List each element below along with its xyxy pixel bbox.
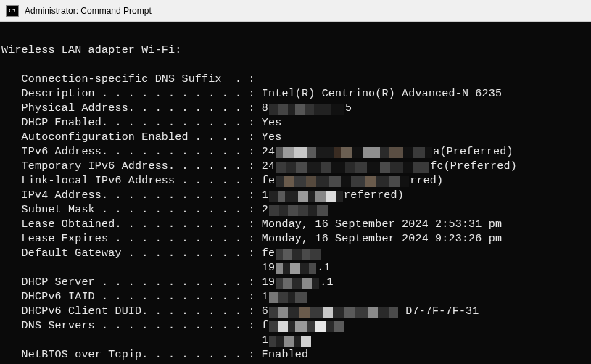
- line-label: DHCP Enabled. . . . . . . . . . . :: [1, 116, 255, 131]
- output-line: DHCPv6 Client DUID. . . . . . . . : 6 D7…: [1, 305, 590, 319]
- output-line: Connection-specific DNS Suffix . :: [1, 73, 590, 87]
- line-value: fe: [255, 247, 322, 261]
- output-line: 1: [1, 334, 590, 348]
- redacted-block: [269, 104, 344, 115]
- line-label: Link-local IPv6 Address . . . . . :: [1, 174, 255, 189]
- line-value: Monday, 16 September 2024 2:53:31 pm: [255, 218, 502, 232]
- line-label: [1, 334, 255, 348]
- line-value: 19.1: [255, 276, 334, 290]
- cmd-icon: C:\.: [6, 5, 19, 17]
- line-label: IPv6 Address. . . . . . . . . . . :: [1, 145, 255, 160]
- line-label: DHCPv6 Client DUID. . . . . . . . :: [1, 305, 255, 319]
- window-titlebar[interactable]: C:\. Administrator: Command Prompt: [0, 0, 591, 22]
- window-title: Administrator: Command Prompt: [25, 6, 152, 16]
- line-label: Lease Expires . . . . . . . . . . :: [1, 232, 255, 247]
- redacted-block: [276, 147, 432, 158]
- line-label: [1, 261, 255, 276]
- output-line: Subnet Mask . . . . . . . . . . . : 2: [1, 203, 590, 218]
- section-heading: Wireless LAN adapter Wi-Fi:: [1, 44, 590, 58]
- output-line: [1, 58, 590, 73]
- line-label: DNS Servers . . . . . . . . . . . :: [1, 319, 255, 334]
- redacted-block: [269, 292, 307, 303]
- redacted-block: [269, 321, 344, 332]
- line-label: Description . . . . . . . . . . . :: [1, 87, 255, 102]
- output-line: NetBIOS over Tcpip. . . . . . . . : Enab…: [1, 348, 590, 363]
- line-value: Yes: [255, 116, 282, 131]
- line-label: Default Gateway . . . . . . . . . :: [1, 247, 255, 261]
- line-label: NetBIOS over Tcpip. . . . . . . . :: [1, 348, 255, 363]
- line-value: Monday, 16 September 2024 9:23:26 pm: [255, 232, 502, 247]
- output-line: Temporary IPv6 Address. . . . . . : 24fc…: [1, 160, 590, 174]
- redacted-block: [276, 278, 319, 289]
- redacted-block: [276, 176, 409, 187]
- output-line: Lease Expires . . . . . . . . . . : Mond…: [1, 232, 590, 247]
- line-label: DHCP Server . . . . . . . . . . . :: [1, 276, 255, 290]
- line-label: Connection-specific DNS Suffix . :: [1, 73, 255, 87]
- output-line: 19.1: [1, 261, 590, 276]
- line-value: Enabled: [255, 348, 309, 363]
- output-line: Description . . . . . . . . . . . : Inte…: [1, 87, 590, 102]
- redacted-block: [269, 307, 398, 318]
- line-value: 6 D7-7F-7F-31: [255, 305, 479, 319]
- output-line: Autoconfiguration Enabled . . . . : Yes: [1, 131, 590, 145]
- line-label: IPv4 Address. . . . . . . . . . . :: [1, 189, 255, 203]
- line-label: Autoconfiguration Enabled . . . . :: [1, 131, 255, 145]
- output-line: DHCPv6 IAID . . . . . . . . . . . : 1: [1, 290, 590, 305]
- output-line: DHCP Server . . . . . . . . . . . : 19.1: [1, 276, 590, 290]
- line-label: DHCPv6 IAID . . . . . . . . . . . :: [1, 290, 255, 305]
- line-value: Yes: [255, 131, 282, 145]
- output-line: Physical Address. . . . . . . . . : 85: [1, 102, 590, 116]
- line-value: 2: [255, 203, 329, 218]
- output-line: IPv4 Address. . . . . . . . . . . : 1ref…: [1, 189, 590, 203]
- line-value: ferred): [255, 174, 444, 189]
- redacted-block: [276, 249, 321, 260]
- redacted-block: [269, 191, 343, 202]
- line-label: Subnet Mask . . . . . . . . . . . :: [1, 203, 255, 218]
- line-label: Temporary IPv6 Address. . . . . . :: [1, 160, 255, 174]
- line-value: 1referred): [255, 189, 404, 203]
- line-value: 1: [255, 334, 312, 348]
- line-value: f: [255, 319, 345, 334]
- redacted-block: [269, 336, 311, 347]
- output-line: Link-local IPv6 Address . . . . . : ferr…: [1, 174, 590, 189]
- line-label: Lease Obtained. . . . . . . . . . :: [1, 218, 255, 232]
- line-value: 24a(Preferred): [255, 145, 513, 160]
- line-value: 24fc(Preferred): [255, 160, 517, 174]
- output-line: [1, 29, 590, 44]
- line-value: 19.1: [255, 261, 331, 276]
- output-line: IPv6 Address. . . . . . . . . . . : 24a(…: [1, 145, 590, 160]
- output-line: Default Gateway . . . . . . . . . : fe: [1, 247, 590, 261]
- redacted-block: [276, 263, 316, 274]
- line-value: 1: [255, 290, 307, 305]
- output-line: DHCP Enabled. . . . . . . . . . . : Yes: [1, 116, 590, 131]
- line-value: Intel(R) Centrino(R) Advanced-N 6235: [255, 87, 502, 102]
- output-line: DNS Servers . . . . . . . . . . . : f: [1, 319, 590, 334]
- redacted-block: [276, 162, 429, 173]
- output-line: Lease Obtained. . . . . . . . . . : Mond…: [1, 218, 590, 232]
- redacted-block: [269, 205, 328, 216]
- line-label: Physical Address. . . . . . . . . :: [1, 102, 255, 116]
- line-value: 85: [255, 102, 352, 116]
- terminal-output[interactable]: Wireless LAN adapter Wi-Fi: Connection-s…: [0, 22, 591, 364]
